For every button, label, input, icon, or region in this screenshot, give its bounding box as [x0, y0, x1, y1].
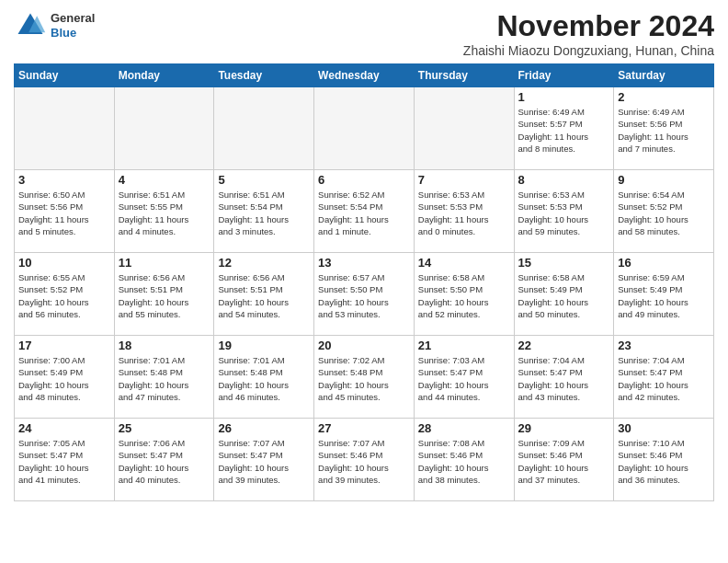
- day-number: 28: [418, 421, 510, 435]
- calendar-cell: [314, 87, 415, 170]
- day-info: Sunrise: 7:10 AM Sunset: 5:46 PM Dayligh…: [618, 437, 710, 486]
- calendar-table: SundayMondayTuesdayWednesdayThursdayFrid…: [14, 63, 714, 501]
- day-info: Sunrise: 7:01 AM Sunset: 5:48 PM Dayligh…: [218, 354, 310, 403]
- calendar-cell: 28Sunrise: 7:08 AM Sunset: 5:46 PM Dayli…: [414, 419, 514, 501]
- day-number: 14: [418, 256, 510, 270]
- day-info: Sunrise: 7:09 AM Sunset: 5:46 PM Dayligh…: [518, 437, 610, 486]
- calendar-cell: 20Sunrise: 7:02 AM Sunset: 5:48 PM Dayli…: [314, 336, 415, 419]
- day-info: Sunrise: 6:52 AM Sunset: 5:54 PM Dayligh…: [318, 189, 410, 237]
- calendar-cell: 25Sunrise: 7:06 AM Sunset: 5:47 PM Dayli…: [114, 419, 214, 501]
- calendar-header: SundayMondayTuesdayWednesdayThursdayFrid…: [15, 64, 714, 87]
- calendar-cell: [214, 87, 314, 170]
- day-info: Sunrise: 7:01 AM Sunset: 5:48 PM Dayligh…: [119, 354, 210, 403]
- day-info: Sunrise: 6:58 AM Sunset: 5:50 PM Dayligh…: [418, 271, 510, 320]
- day-info: Sunrise: 6:49 AM Sunset: 5:57 PM Dayligh…: [518, 106, 610, 155]
- day-info: Sunrise: 7:04 AM Sunset: 5:47 PM Dayligh…: [518, 354, 610, 403]
- day-info: Sunrise: 7:00 AM Sunset: 5:49 PM Dayligh…: [18, 354, 110, 403]
- calendar-cell: 18Sunrise: 7:01 AM Sunset: 5:48 PM Dayli…: [114, 336, 214, 419]
- logo-general: General: [51, 11, 95, 26]
- calendar-cell: 16Sunrise: 6:59 AM Sunset: 5:49 PM Dayli…: [614, 253, 714, 336]
- logo-icon: [14, 9, 47, 42]
- day-info: Sunrise: 6:56 AM Sunset: 5:51 PM Dayligh…: [218, 271, 310, 320]
- day-number: 16: [618, 256, 710, 270]
- day-info: Sunrise: 7:07 AM Sunset: 5:46 PM Dayligh…: [318, 437, 410, 486]
- day-number: 23: [618, 339, 710, 352]
- day-number: 15: [518, 256, 610, 270]
- calendar-cell: [414, 87, 514, 170]
- calendar-week-row: 17Sunrise: 7:00 AM Sunset: 5:49 PM Dayli…: [15, 336, 714, 419]
- day-number: 5: [218, 173, 310, 187]
- day-number: 7: [418, 173, 510, 187]
- weekday-header: Wednesday: [314, 64, 415, 87]
- day-info: Sunrise: 6:55 AM Sunset: 5:52 PM Dayligh…: [18, 271, 110, 320]
- day-info: Sunrise: 6:54 AM Sunset: 5:52 PM Dayligh…: [618, 189, 710, 237]
- day-info: Sunrise: 7:02 AM Sunset: 5:48 PM Dayligh…: [318, 354, 410, 403]
- day-info: Sunrise: 7:08 AM Sunset: 5:46 PM Dayligh…: [418, 437, 510, 486]
- day-number: 12: [218, 256, 310, 270]
- day-number: 18: [119, 339, 210, 352]
- day-number: 3: [18, 173, 110, 187]
- calendar-cell: 22Sunrise: 7:04 AM Sunset: 5:47 PM Dayli…: [514, 336, 614, 419]
- calendar-cell: 17Sunrise: 7:00 AM Sunset: 5:49 PM Dayli…: [15, 336, 115, 419]
- logo-blue: Blue: [51, 26, 95, 40]
- calendar-cell: 14Sunrise: 6:58 AM Sunset: 5:50 PM Dayli…: [414, 253, 514, 336]
- calendar-week-row: 24Sunrise: 7:05 AM Sunset: 5:47 PM Dayli…: [15, 419, 714, 501]
- calendar-cell: 2Sunrise: 6:49 AM Sunset: 5:56 PM Daylig…: [614, 87, 714, 170]
- day-info: Sunrise: 7:06 AM Sunset: 5:47 PM Dayligh…: [119, 437, 210, 486]
- day-info: Sunrise: 6:57 AM Sunset: 5:50 PM Dayligh…: [318, 271, 410, 320]
- page-header: General Blue November 2024 Zhaishi Miaoz…: [14, 9, 714, 58]
- day-info: Sunrise: 6:53 AM Sunset: 5:53 PM Dayligh…: [418, 189, 510, 237]
- weekday-header: Friday: [514, 64, 614, 87]
- day-number: 8: [518, 173, 610, 187]
- calendar-cell: 4Sunrise: 6:51 AM Sunset: 5:55 PM Daylig…: [114, 170, 214, 253]
- day-number: 6: [318, 173, 410, 187]
- day-info: Sunrise: 7:07 AM Sunset: 5:47 PM Dayligh…: [218, 437, 310, 486]
- day-number: 4: [119, 173, 210, 187]
- day-number: 1: [518, 90, 610, 104]
- day-number: 19: [218, 339, 310, 352]
- calendar-cell: [15, 87, 115, 170]
- day-number: 9: [618, 173, 710, 187]
- day-info: Sunrise: 6:58 AM Sunset: 5:49 PM Dayligh…: [518, 271, 610, 320]
- logo: General Blue: [14, 9, 95, 42]
- calendar-cell: 27Sunrise: 7:07 AM Sunset: 5:46 PM Dayli…: [314, 419, 415, 501]
- day-info: Sunrise: 6:50 AM Sunset: 5:56 PM Dayligh…: [18, 189, 110, 237]
- location: Zhaishi Miaozu Dongzuxiang, Hunan, China: [463, 43, 714, 58]
- weekday-header: Saturday: [614, 64, 714, 87]
- calendar-cell: 5Sunrise: 6:51 AM Sunset: 5:54 PM Daylig…: [214, 170, 314, 253]
- weekday-header: Sunday: [15, 64, 115, 87]
- calendar-cell: 29Sunrise: 7:09 AM Sunset: 5:46 PM Dayli…: [514, 419, 614, 501]
- day-number: 24: [18, 421, 110, 435]
- day-number: 13: [318, 256, 410, 270]
- day-number: 2: [618, 90, 710, 104]
- day-info: Sunrise: 7:05 AM Sunset: 5:47 PM Dayligh…: [18, 437, 110, 486]
- weekday-row: SundayMondayTuesdayWednesdayThursdayFrid…: [15, 64, 714, 87]
- day-number: 29: [518, 421, 610, 435]
- day-number: 11: [119, 256, 210, 270]
- day-number: 30: [618, 421, 710, 435]
- calendar-week-row: 1Sunrise: 6:49 AM Sunset: 5:57 PM Daylig…: [15, 87, 714, 170]
- weekday-header: Monday: [114, 64, 214, 87]
- calendar-cell: 1Sunrise: 6:49 AM Sunset: 5:57 PM Daylig…: [514, 87, 614, 170]
- day-number: 10: [18, 256, 110, 270]
- calendar-cell: 8Sunrise: 6:53 AM Sunset: 5:53 PM Daylig…: [514, 170, 614, 253]
- month-title: November 2024: [463, 9, 714, 43]
- calendar-cell: 19Sunrise: 7:01 AM Sunset: 5:48 PM Dayli…: [214, 336, 314, 419]
- logo-text: General Blue: [51, 11, 95, 40]
- calendar-cell: 13Sunrise: 6:57 AM Sunset: 5:50 PM Dayli…: [314, 253, 415, 336]
- calendar-cell: 21Sunrise: 7:03 AM Sunset: 5:47 PM Dayli…: [414, 336, 514, 419]
- day-number: 20: [318, 339, 410, 352]
- calendar-cell: [114, 87, 214, 170]
- calendar-cell: 26Sunrise: 7:07 AM Sunset: 5:47 PM Dayli…: [214, 419, 314, 501]
- day-number: 22: [518, 339, 610, 352]
- day-number: 27: [318, 421, 410, 435]
- calendar-cell: 11Sunrise: 6:56 AM Sunset: 5:51 PM Dayli…: [114, 253, 214, 336]
- day-number: 21: [418, 339, 510, 352]
- calendar-cell: 24Sunrise: 7:05 AM Sunset: 5:47 PM Dayli…: [15, 419, 115, 501]
- calendar-week-row: 3Sunrise: 6:50 AM Sunset: 5:56 PM Daylig…: [15, 170, 714, 253]
- day-number: 26: [218, 421, 310, 435]
- day-info: Sunrise: 7:04 AM Sunset: 5:47 PM Dayligh…: [618, 354, 710, 403]
- calendar-cell: 6Sunrise: 6:52 AM Sunset: 5:54 PM Daylig…: [314, 170, 415, 253]
- weekday-header: Tuesday: [214, 64, 314, 87]
- calendar-cell: 12Sunrise: 6:56 AM Sunset: 5:51 PM Dayli…: [214, 253, 314, 336]
